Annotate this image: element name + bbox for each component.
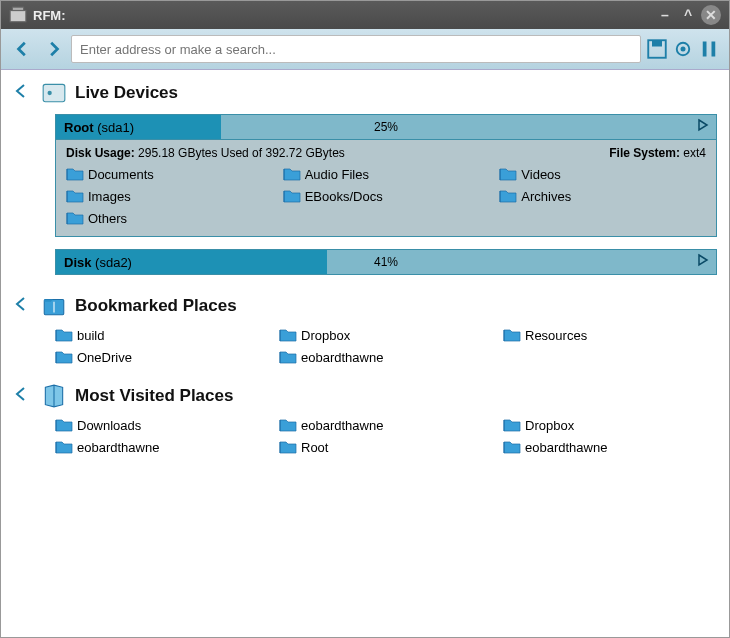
address-bar[interactable] xyxy=(71,35,641,63)
device-folders: DocumentsAudio FilesVideosImagesEBooks/D… xyxy=(66,166,706,226)
folder-icon xyxy=(503,439,521,455)
folder-label: Resources xyxy=(525,328,587,343)
section-header: Bookmarked Places xyxy=(13,293,717,319)
folder-item[interactable]: Downloads xyxy=(55,417,269,433)
folder-icon xyxy=(55,349,73,365)
close-button[interactable]: ✕ xyxy=(701,5,721,25)
folder-label: eobardthawne xyxy=(301,350,383,365)
bookmarks-icon xyxy=(41,293,67,319)
device-details: Disk Usage: 295.18 GBytes Used of 392.72… xyxy=(55,140,717,237)
folder-label: EBooks/Docs xyxy=(305,189,383,204)
section-header: Live Devices xyxy=(13,80,717,106)
folder-label: Downloads xyxy=(77,418,141,433)
folder-label: Dropbox xyxy=(301,328,350,343)
folder-item[interactable]: Documents xyxy=(66,166,273,182)
collapse-arrow-icon[interactable] xyxy=(13,386,33,406)
folder-item[interactable]: Dropbox xyxy=(503,417,717,433)
folder-icon xyxy=(279,417,297,433)
section-title: Live Devices xyxy=(75,83,178,103)
content-area: Live Devices Root (sda1) 25% xyxy=(1,70,729,637)
device-percent: 25% xyxy=(374,120,398,134)
folder-item[interactable]: EBooks/Docs xyxy=(283,188,490,204)
titlebar: RFM: – ^ ✕ xyxy=(1,1,729,29)
folder-icon xyxy=(66,188,84,204)
device-percent: 41% xyxy=(374,255,398,269)
section-most-visited: Most Visited Places Downloadseobardthawn… xyxy=(13,383,717,455)
section-live-devices: Live Devices Root (sda1) 25% xyxy=(13,80,717,275)
folder-item[interactable]: Dropbox xyxy=(279,327,493,343)
folder-icon xyxy=(66,210,84,226)
device-name: Disk (sda2) xyxy=(56,255,132,270)
folder-icon xyxy=(283,166,301,182)
folder-icon xyxy=(499,188,517,204)
svg-rect-6 xyxy=(703,42,707,57)
svg-point-5 xyxy=(681,47,686,52)
folder-item[interactable]: Others xyxy=(66,210,273,226)
folder-item[interactable]: OneDrive xyxy=(55,349,269,365)
toolbar xyxy=(1,29,729,70)
device-bar[interactable]: Root (sda1) 25% xyxy=(55,114,717,140)
folder-icon xyxy=(55,417,73,433)
folder-item[interactable]: Archives xyxy=(499,188,706,204)
folder-icon xyxy=(503,327,521,343)
folder-label: Documents xyxy=(88,167,154,182)
folder-label: build xyxy=(77,328,104,343)
forward-button[interactable] xyxy=(41,37,65,61)
folder-icon xyxy=(279,349,297,365)
folder-item[interactable]: eobardthawne xyxy=(55,439,269,455)
folder-label: Root xyxy=(301,440,328,455)
live-devices-icon xyxy=(41,80,67,106)
folder-item[interactable]: Images xyxy=(66,188,273,204)
svg-point-9 xyxy=(48,91,52,95)
device-name: Root (sda1) xyxy=(56,120,134,135)
minimize-button[interactable]: – xyxy=(655,5,675,25)
expand-arrow-icon[interactable] xyxy=(696,253,710,271)
folder-icon xyxy=(55,327,73,343)
save-icon[interactable] xyxy=(647,39,667,59)
tools-icon[interactable] xyxy=(699,39,719,59)
folder-label: Archives xyxy=(521,189,571,204)
folder-icon xyxy=(503,417,521,433)
folder-item[interactable]: build xyxy=(55,327,269,343)
folder-label: eobardthawne xyxy=(77,440,159,455)
svg-rect-3 xyxy=(652,40,662,46)
folder-icon xyxy=(55,439,73,455)
window-title: RFM: xyxy=(33,8,652,23)
device-disk: Disk (sda2) 41% xyxy=(55,249,717,275)
device-bar[interactable]: Disk (sda2) 41% xyxy=(55,249,717,275)
device-info: Disk Usage: 295.18 GBytes Used of 392.72… xyxy=(66,146,706,160)
most-visited-grid: DownloadseobardthawneDropboxeobardthawne… xyxy=(55,417,717,455)
collapse-arrow-icon[interactable] xyxy=(13,296,33,316)
folder-item[interactable]: eobardthawne xyxy=(279,349,493,365)
settings-icon[interactable] xyxy=(673,39,693,59)
folder-item[interactable]: Root xyxy=(279,439,493,455)
folder-label: eobardthawne xyxy=(525,440,607,455)
folder-icon xyxy=(499,166,517,182)
folder-icon xyxy=(279,439,297,455)
collapse-arrow-icon[interactable] xyxy=(13,83,33,103)
folder-label: Dropbox xyxy=(525,418,574,433)
expand-arrow-icon[interactable] xyxy=(696,118,710,136)
folder-item[interactable]: eobardthawne xyxy=(503,439,717,455)
bookmark-grid: buildDropboxResourcesOneDriveeobardthawn… xyxy=(55,327,717,365)
section-title: Most Visited Places xyxy=(75,386,233,406)
device-root: Root (sda1) 25% Disk Usage: 295.18 GByte… xyxy=(55,114,717,237)
search-input[interactable] xyxy=(80,42,632,57)
folder-item[interactable]: eobardthawne xyxy=(279,417,493,433)
folder-item[interactable]: Videos xyxy=(499,166,706,182)
back-button[interactable] xyxy=(11,37,35,61)
svg-rect-7 xyxy=(712,42,716,57)
folder-label: Videos xyxy=(521,167,561,182)
svg-rect-0 xyxy=(10,11,26,22)
folder-item[interactable]: Audio Files xyxy=(283,166,490,182)
folder-icon xyxy=(66,166,84,182)
app-window: RFM: – ^ ✕ xyxy=(0,0,730,638)
folder-label: Images xyxy=(88,189,131,204)
folder-label: eobardthawne xyxy=(301,418,383,433)
section-header: Most Visited Places xyxy=(13,383,717,409)
folder-icon xyxy=(283,188,301,204)
folder-label: Others xyxy=(88,211,127,226)
folder-item[interactable]: Resources xyxy=(503,327,717,343)
maximize-button[interactable]: ^ xyxy=(678,5,698,25)
folder-icon xyxy=(279,327,297,343)
